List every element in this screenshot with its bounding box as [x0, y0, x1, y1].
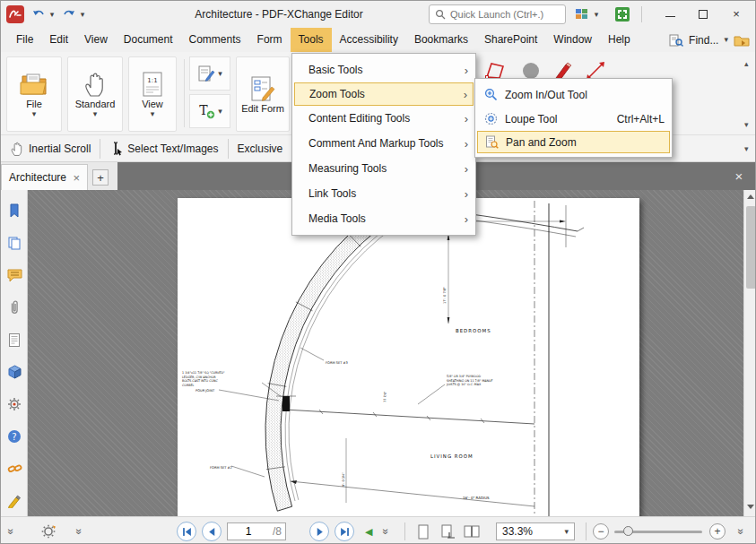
workspace: ? — [1, 190, 756, 516]
zoom-slider-thumb[interactable] — [623, 526, 633, 536]
menu-item-loupe-tool[interactable]: Loupe Tool Ctrl+Alt+L — [475, 107, 672, 131]
scrollbar-thumb[interactable] — [746, 206, 756, 289]
page-number-input[interactable] — [231, 525, 265, 538]
standard-toolbar-button[interactable]: Standard ▾ — [67, 56, 123, 132]
layers-panel-button[interactable] — [5, 363, 23, 381]
pdf-page[interactable]: BEDROOMS LIVING ROOM FORM SET #3 FORM SE… — [178, 198, 639, 516]
vertical-scrollbar[interactable] — [743, 190, 756, 516]
attachments-panel-button[interactable] — [5, 298, 23, 316]
menu-sharepoint[interactable]: SharePoint — [476, 28, 545, 52]
first-page-button[interactable] — [177, 517, 196, 544]
menu-view[interactable]: View — [76, 28, 116, 52]
two-page-view-button[interactable] — [462, 517, 482, 544]
zoom-level-combo[interactable]: 33.3% ▾ — [496, 522, 575, 540]
menu-item-pan-and-zoom[interactable]: Pan and Zoom — [477, 131, 670, 153]
content-panel-button[interactable] — [5, 331, 23, 349]
document-canvas[interactable]: BEDROOMS LIVING ROOM FORM SET #3 FORM SE… — [28, 190, 743, 516]
menu-item-basic-tools[interactable]: Basic Tools› — [292, 57, 475, 82]
toolbar-overflow-down-icon[interactable]: ▾ — [744, 120, 749, 129]
edit-form-toolbar-button[interactable]: Edit Form — [236, 56, 290, 132]
caret-down-icon: ▾ — [218, 70, 222, 78]
menu-item-zoom-tools[interactable]: Zoom Tools› — [294, 82, 474, 106]
bookmarks-panel-button[interactable] — [5, 202, 23, 220]
last-page-button[interactable] — [335, 517, 354, 544]
signatures-panel-button[interactable] — [5, 492, 23, 510]
toolbar2-overflow-down-icon[interactable]: ▾ — [744, 144, 749, 153]
minimize-button[interactable] — [655, 1, 685, 27]
menu-document[interactable]: Document — [116, 28, 181, 52]
submenu-arrow-icon: › — [465, 137, 468, 151]
drawing-dim-room: 9'- 0 3/4" — [342, 472, 345, 487]
comments-panel-button[interactable] — [5, 266, 23, 284]
menu-item-measuring-tools[interactable]: Measuring Tools› — [292, 156, 475, 181]
view-toolbar-button[interactable]: 1:1 View ▾ — [128, 56, 177, 132]
menu-comments[interactable]: Comments — [181, 28, 249, 52]
redo-dropdown-caret-icon[interactable]: ▾ — [78, 4, 87, 24]
menu-window[interactable]: Window — [545, 28, 600, 52]
panel-expander2-icon[interactable]: » — [76, 517, 83, 544]
find-caret-icon[interactable]: ▾ — [724, 36, 728, 44]
pane-close-icon[interactable]: × — [730, 167, 748, 185]
session-icon[interactable] — [573, 4, 591, 24]
exclusive-mode-button[interactable]: Exclusive — [234, 141, 287, 157]
menu-bookmarks[interactable]: Bookmarks — [406, 28, 476, 52]
add-text-tool-button[interactable]: T ▾ — [189, 94, 230, 128]
nav-overflow-icon[interactable]: » — [383, 517, 389, 544]
panel-expander-icon[interactable]: » — [8, 517, 14, 544]
menu-help[interactable]: Help — [600, 28, 639, 52]
tab-close-icon[interactable]: × — [73, 171, 80, 185]
maximize-button[interactable] — [688, 1, 718, 27]
select-text-images-button[interactable]: Select Text/Images — [106, 139, 222, 159]
gear-icon — [40, 523, 56, 540]
menu-item-link-tools[interactable]: Link Tools› — [292, 181, 475, 206]
menu-item-zoom-in-out-tool[interactable]: Zoom In/Out Tool — [475, 82, 672, 107]
scroll-up-icon[interactable] — [747, 194, 754, 199]
menu-item-content-editing-tools[interactable]: Content Editing Tools› — [292, 106, 475, 131]
single-page-view-button[interactable] — [413, 517, 433, 544]
svg-text:SHEATHING ON 11 7/8" MANUF: SHEATHING ON 11 7/8" MANUF — [447, 379, 492, 383]
thumbnails-panel-button[interactable] — [5, 234, 23, 252]
session-caret-icon[interactable]: ▾ — [592, 4, 601, 24]
fields-panel-button[interactable] — [5, 395, 23, 413]
typewriter-tool-button[interactable]: ▾ — [189, 56, 230, 91]
destinations-panel-button[interactable]: ? — [5, 427, 23, 445]
links-panel-button[interactable] — [5, 460, 23, 478]
previous-page-button[interactable] — [202, 517, 222, 544]
fullscreen-icon[interactable] — [613, 4, 632, 24]
file-toolbar-button[interactable]: File ▾ — [6, 56, 62, 132]
tab-architecture[interactable]: Architecture × — [1, 164, 88, 190]
svg-text:5/8" OR 3/4" PLYWOOD: 5/8" OR 3/4" PLYWOOD — [447, 375, 482, 378]
next-page-button[interactable] — [309, 517, 329, 544]
menu-accessibility[interactable]: Accessibility — [332, 28, 406, 52]
close-button[interactable]: × — [721, 1, 752, 27]
export-folder-icon[interactable] — [734, 33, 750, 47]
undo-dropdown-caret-icon[interactable]: ▾ — [48, 4, 56, 24]
undo-button[interactable] — [30, 4, 48, 24]
paperclip-icon — [8, 300, 21, 315]
toolbar-overflow-up-icon[interactable]: ▴ — [744, 59, 749, 68]
previous-view-button[interactable]: ◀ — [365, 517, 372, 544]
menu-tools[interactable]: Tools — [291, 28, 332, 52]
submenu-arrow-icon: › — [465, 212, 468, 226]
snap-view-button[interactable] — [439, 517, 458, 544]
menu-item-comment-markup-tools[interactable]: Comment And Markup Tools› — [292, 131, 475, 156]
redo-button[interactable] — [60, 4, 78, 24]
scroll-down-icon[interactable] — [747, 505, 754, 509]
menu-file[interactable]: File — [8, 28, 41, 52]
zoom-in-button[interactable]: + — [709, 517, 726, 544]
menu-bar: File Edit View Document Comments Form To… — [1, 28, 756, 52]
statusbar-overflow-icon[interactable]: » — [738, 517, 744, 544]
quick-launch-box[interactable] — [429, 4, 566, 24]
quick-launch-input[interactable] — [450, 9, 558, 20]
zoom-out-button[interactable]: − — [593, 517, 609, 544]
inertial-scroll-button[interactable]: Inertial Scroll — [6, 139, 94, 159]
new-tab-button[interactable]: + — [92, 169, 109, 186]
edit-form-icon — [250, 75, 275, 102]
status-settings-button[interactable] — [40, 517, 56, 544]
page-number-box[interactable]: /8 — [227, 522, 286, 540]
menu-edit[interactable]: Edit — [41, 28, 76, 52]
menu-form[interactable]: Form — [249, 28, 291, 52]
zoom-caret-icon[interactable]: ▾ — [564, 528, 569, 536]
menu-item-media-tools[interactable]: Media Tools› — [292, 206, 475, 231]
find-label[interactable]: Find... — [689, 34, 718, 47]
